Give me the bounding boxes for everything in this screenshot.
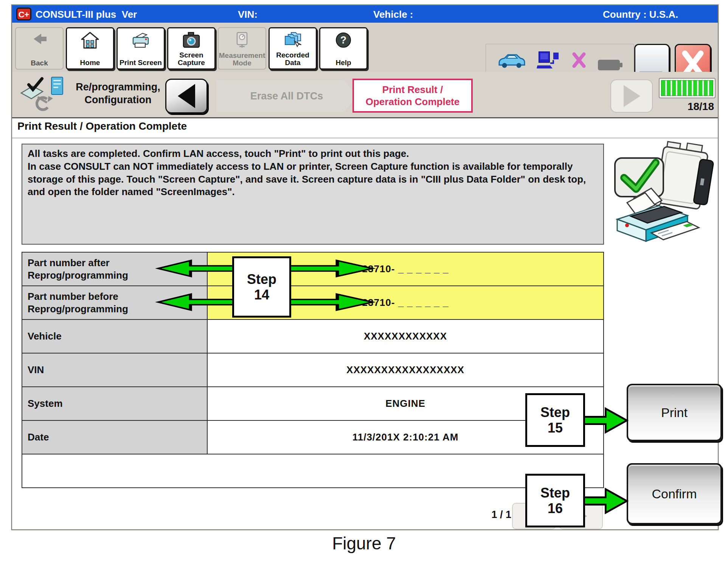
results-table: Part number after Reprog/programming 237… [22,252,604,488]
consult-window: C+ CONSULT-III plus Ver VIN: Vehicle : C… [11,5,719,530]
page-title: Print Result / Operation Complete [17,120,187,132]
nav-bar: Re/programming, Configuration Erase All … [12,72,718,118]
c-plus-logo-icon: C+ [16,7,32,21]
print-button[interactable]: Print [627,384,722,441]
right-triangle-icon [618,83,645,109]
step-erase-all-dtcs: Erase All DTCs [216,80,357,112]
reprogramming-icon [18,75,67,114]
message-line-1: All tasks are completed. Confirm LAN acc… [28,147,598,160]
table-row-value [22,454,603,487]
printer-icon [118,31,164,49]
table-row-value: XXXXXXXXXXXX [208,320,603,353]
check-badge [615,158,663,197]
table-row [22,454,603,487]
green-arrow-right-icon [284,259,376,278]
green-arrow-right-icon [580,407,629,434]
camera-icon [168,31,214,49]
step-16-annotation: Step 16 [525,474,585,527]
message-body: In case CONSULT can NOT immediately acce… [28,160,598,198]
step-14-annotation: Step 14 [232,256,291,318]
step-15-annotation: Step 15 [525,393,585,447]
car-icon [496,51,527,69]
green-arrow-right-icon [284,292,376,312]
table-row: Vehicle XXXXXXXXXXXX [22,320,603,354]
green-arrow-left-icon [155,292,240,312]
print-screen-button[interactable]: Print Screen [116,27,165,70]
progress-label: 18/18 [659,101,714,113]
step-current: Print Result / Operation Complete [352,79,473,113]
app-title: CONSULT-III plus Ver [36,9,137,20]
help-icon: ? [320,31,366,49]
nav-forward-button[interactable] [610,79,653,113]
message-box: All tasks are completed. Confirm LAN acc… [22,144,604,245]
table-row-label: Date [22,421,208,454]
green-arrow-right-icon [580,487,629,515]
back-arrow-icon [16,31,63,47]
table-row-label: System [22,387,208,420]
titlebar-vin-label: VIN: [238,9,258,20]
table-row-label: VIN [22,354,208,386]
table-row: VIN XXXXXXXXXXXXXXXXX [22,354,603,387]
toolbar-button-label: Recorded Data [270,51,316,67]
progress-bar [659,78,716,98]
toolbar: Back Home [12,23,718,73]
recorded-data-button[interactable]: Recorded Data [269,27,317,70]
table-row-label: Vehicle [22,320,208,353]
toolbar-button-label: Screen Capture [168,51,214,67]
back-button[interactable]: Back [15,27,64,70]
vi-device-icon [537,51,561,69]
figure-caption: Figure 7 [0,533,728,554]
svg-text:?: ? [340,34,347,46]
folders-icon [270,31,316,49]
toolbar-button-label: Measurement Mode [219,52,265,67]
svg-text:C+: C+ [19,10,29,19]
nav-mode-label: Re/programming, Configuration [69,81,167,107]
titlebar-vehicle-label: Vehicle : [373,9,413,20]
left-triangle-icon [172,82,201,110]
titlebar-country-label: Country : U.S.A. [603,9,678,20]
toolbar-button-label: Help [335,59,351,67]
home-icon [67,31,113,49]
nav-back-button[interactable] [165,79,208,113]
mi-x-icon [571,51,587,69]
measurement-mode-button[interactable]: Measurement Mode [218,27,266,70]
toolbar-button-label: Print Screen [120,59,162,67]
table-row: System ENGINE [22,387,603,421]
page-indicator: 1 / 1 [477,509,511,521]
help-button[interactable]: ? Help [319,27,368,70]
battery-icon [597,57,624,73]
measurement-mode-icon [219,31,265,48]
green-arrow-left-icon [155,259,240,278]
screen-capture-button[interactable]: Screen Capture [167,27,216,70]
figure-page: C+ CONSULT-III plus Ver VIN: Vehicle : C… [0,0,728,566]
printer-ecu-illustration [609,138,722,256]
title-bar: C+ CONSULT-III plus Ver VIN: Vehicle : C… [12,5,718,23]
toolbar-button-label: Back [31,59,48,67]
home-button[interactable]: Home [66,27,114,70]
table-row: Date 11/3/201X 2:10:21 AM [22,421,603,454]
table-row-value: XXXXXXXXXXXXXXXXX [208,354,603,386]
confirm-button[interactable]: Confirm [627,463,722,524]
toolbar-button-label: Home [80,59,100,67]
